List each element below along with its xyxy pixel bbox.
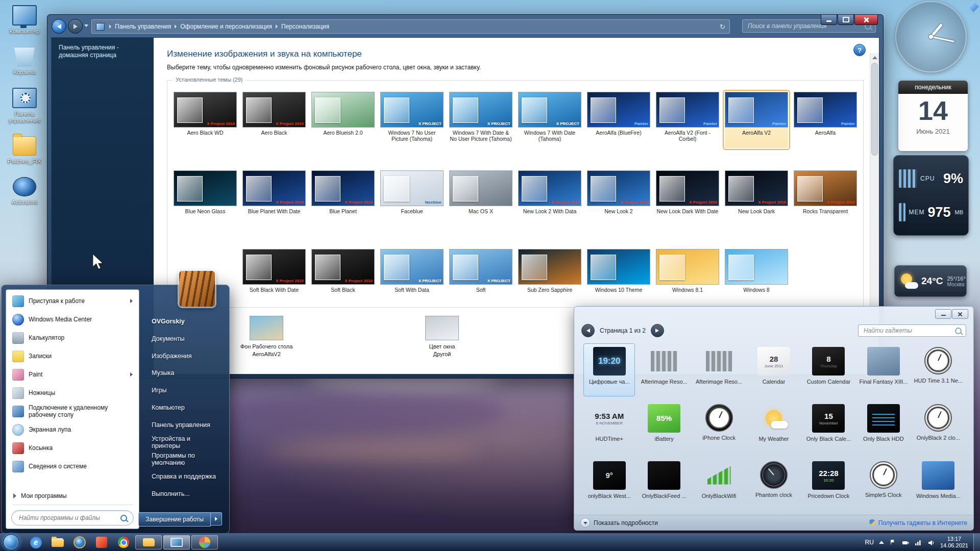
gadget-tile[interactable]: Windows Media... [913, 458, 964, 511]
gadget-tile[interactable]: Afterimage Reso... [638, 343, 690, 396]
theme-setting-item[interactable]: Цвет окна Другой [409, 316, 475, 357]
start-menu-item[interactable]: Сведения о системе [8, 457, 137, 475]
desktop-icon[interactable]: Панель управления [3, 88, 46, 124]
gadget-tile[interactable]: SimpleS Clock [857, 458, 909, 511]
get-gadgets-online-link[interactable]: Получить гаджеты в Интернете [869, 519, 967, 527]
maximize-button[interactable] [838, 15, 854, 25]
theme-item[interactable]: X PROJECT Windows 7 No User Picture (Tah… [380, 92, 444, 148]
gadget-tile[interactable]: 9:53 AM 6 NOVEMBER HUDTime+ [583, 400, 635, 454]
taskbar-button[interactable] [163, 535, 190, 549]
action-center-icon[interactable] [889, 539, 897, 546]
theme-item[interactable]: Sub Zero Sapphire [518, 249, 581, 305]
shutdown-button[interactable]: Завершение работы [138, 512, 222, 527]
taskbar-button[interactable] [26, 535, 46, 549]
gadget-tile[interactable]: OnlyBlackFeed ... [638, 458, 690, 511]
gadget-tile[interactable]: OnlyBlack 2 clo... [913, 400, 964, 454]
gadget-tile[interactable]: Only Black HDD [857, 400, 909, 454]
sidebar-home-link[interactable]: Панель управления - домашняя страница [59, 44, 135, 59]
start-menu-item[interactable]: Windows Media Center [8, 310, 137, 329]
clock-tray[interactable]: 13:17 14.06.2021 [940, 536, 968, 549]
theme-item[interactable]: Aero Blueish 2.0 [311, 92, 375, 148]
user-avatar[interactable] [179, 271, 215, 307]
calendar-gadget[interactable]: понедельник 14 Июнь 2021 [898, 81, 968, 151]
theme-item[interactable]: X Project 2010 New Look Dark With Date [656, 170, 719, 227]
start-menu-item[interactable]: Приступая к работе [8, 292, 137, 310]
start-menu-right-item[interactable]: Программы по умолчанию [148, 451, 224, 468]
start-menu-right-item[interactable]: Панель управления [148, 416, 224, 434]
theme-item[interactable]: X PROJECT Windows 7 With Date & No User … [449, 92, 512, 148]
all-programs-button[interactable]: Мои программы [8, 489, 137, 503]
theme-item[interactable]: Painter AeroAlfa (BlueFire) [587, 92, 650, 148]
scrollbar-thumb[interactable] [871, 63, 878, 156]
close-button[interactable] [854, 15, 878, 25]
clock-gadget[interactable] [895, 1, 967, 72]
theme-item[interactable]: Mac OS X [449, 170, 512, 227]
language-indicator[interactable]: RU [865, 539, 874, 546]
theme-item[interactable]: X Project 2010 New Look Dark [725, 170, 788, 227]
address-bar[interactable]: Панель управления Оформление и персонали… [91, 19, 730, 34]
gadget-tile[interactable]: HUD Time 3.1 Ne... [913, 343, 964, 396]
next-page-button[interactable] [651, 324, 664, 337]
theme-item[interactable]: X Project 2010 Aero Black WD [174, 92, 237, 148]
theme-item[interactable]: X Project 2010 Soft Black [311, 249, 375, 305]
start-menu-right-item[interactable]: Музыка [148, 364, 224, 382]
theme-item[interactable]: Windows 10 Theme [587, 249, 650, 305]
start-button[interactable] [3, 534, 19, 550]
gadget-tile[interactable]: 19:20 Цифровые ча... [583, 343, 635, 396]
theme-item[interactable]: X Project 2010 Rocks Transparent [794, 170, 857, 227]
theme-item[interactable]: X Project 2010 New Look 2 With Data [518, 170, 581, 227]
help-button[interactable]: ? [853, 44, 866, 56]
theme-item[interactable]: X Project 2010 Soft Black With Date [242, 249, 306, 305]
gadget-tile[interactable]: iPhone Clock [693, 400, 745, 454]
gadget-tile[interactable]: Phantom clock [748, 458, 799, 511]
weather-gadget[interactable]: 24°C 25°/16° Москва [894, 265, 967, 297]
gadget-tile[interactable]: 28 June 2011 Calendar [748, 343, 799, 396]
start-menu-item[interactable]: Калькулятор [8, 329, 137, 347]
desktop-icon[interactable]: Компьютер [3, 5, 46, 35]
taskbar-button[interactable] [69, 535, 90, 549]
gadget-tile[interactable]: 15 November Only Black Cale... [803, 400, 854, 454]
taskbar-button[interactable] [47, 535, 68, 549]
start-menu-item[interactable]: Подключение к удаленному рабочему столу [8, 402, 137, 420]
previous-page-button[interactable] [581, 324, 595, 337]
start-menu-right-item[interactable]: Справка и поддержка [148, 468, 224, 485]
theme-item[interactable]: Windows 8 [725, 249, 788, 305]
taskbar-button[interactable] [113, 535, 134, 549]
desktop-icon[interactable]: Корзина [3, 47, 46, 76]
battery-icon[interactable] [902, 539, 910, 546]
close-button[interactable] [952, 309, 968, 319]
show-details-button[interactable]: Показать подробности [580, 518, 658, 528]
taskbar-button[interactable] [191, 535, 218, 549]
start-menu-right-item[interactable]: Игры [148, 382, 224, 399]
gadget-tile[interactable]: Final Fantasy XIII... [857, 343, 909, 396]
start-menu-right-item[interactable]: Выполнить... [148, 485, 224, 503]
history-dropdown-icon[interactable] [84, 24, 88, 27]
theme-item[interactable]: Windows 8.1 [656, 249, 719, 305]
gadget-tile[interactable]: 85% iBattery [638, 400, 690, 454]
gadget-tile[interactable]: 8 Thursday Custom Calendar [803, 343, 854, 396]
gadget-tile[interactable]: 22:28 10:20 Pricedown Clock [803, 458, 854, 511]
theme-item[interactable]: Painter AeroAlfa V2 [725, 92, 788, 148]
start-menu-item[interactable]: Косынка [8, 439, 137, 457]
minimize-button[interactable] [821, 15, 837, 25]
hidden-icons-arrow[interactable] [879, 541, 884, 544]
desktop-icon[interactable]: Patches_FIX [3, 136, 46, 165]
start-menu-right-item[interactable]: OVGorskiy [148, 313, 224, 330]
gadget-tile[interactable]: My Weather [748, 400, 799, 454]
breadcrumb-item[interactable]: Панель управления [115, 23, 171, 30]
minimize-button[interactable] [935, 309, 951, 319]
theme-item[interactable]: X PROJECT Soft With Data [380, 249, 444, 305]
gadget-search-input[interactable] [863, 327, 952, 335]
taskbar-button[interactable] [135, 535, 162, 549]
theme-item[interactable]: X Project 2010 Blue Planet With Date [242, 170, 306, 227]
refresh-icon[interactable]: ↻ [720, 23, 725, 31]
start-menu-item[interactable]: Записки [8, 347, 137, 365]
start-menu-right-item[interactable]: Устройства и принтеры [148, 434, 224, 451]
theme-item[interactable]: faceblue Faceblue [380, 170, 444, 227]
start-menu-item[interactable]: Экранная лупа [8, 420, 137, 439]
theme-item[interactable]: X PROJECT Windows 7 With Date (Tahoma) [518, 92, 581, 148]
theme-item[interactable]: Painter AeroAlfa V2 (Font - Corbel) [656, 92, 719, 148]
start-menu-item[interactable]: Paint [8, 365, 137, 384]
scroll-up-button[interactable] [870, 53, 879, 62]
start-menu-right-item[interactable]: Документы [148, 330, 224, 347]
